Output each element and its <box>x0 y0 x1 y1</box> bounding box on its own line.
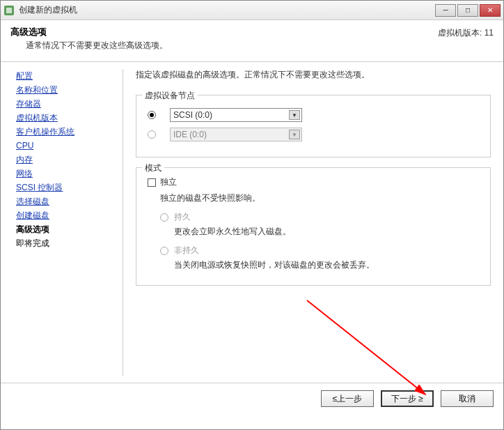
page-title: 高级选项 <box>10 26 438 38</box>
wizard-body: 配置 名称和位置 存储器 虚拟机版本 客户机操作系统 CPU 内存 网络 SCS… <box>1 62 503 383</box>
device-node-legend: 虚拟设备节点 <box>142 90 198 102</box>
nonpersistent-description: 当关闭电源或恢复快照时，对该磁盘的更改会被丢弃。 <box>174 259 483 271</box>
nonpersistent-label: 非持久 <box>174 245 199 256</box>
wizard-steps-sidebar: 配置 名称和位置 存储器 虚拟机版本 客户机操作系统 CPU 内存 网络 SCS… <box>1 62 123 383</box>
sidebar-item-network[interactable]: 网络 <box>16 167 118 181</box>
scsi-select[interactable]: SCSI (0:0) ▼ <box>170 108 302 122</box>
wizard-footer: ≤上一步 下一步 ≥ 取消 <box>1 383 503 414</box>
chevron-down-icon: ▼ <box>289 130 300 139</box>
persistent-description: 更改会立即永久性地写入磁盘。 <box>174 226 483 238</box>
sidebar-item-ready-complete: 即将完成 <box>16 236 118 250</box>
window-controls: ─ □ ✕ <box>435 4 501 17</box>
minimize-button[interactable]: ─ <box>435 4 456 17</box>
vm-version-label: 虚拟机版本: 11 <box>438 26 494 52</box>
sidebar-item-config[interactable]: 配置 <box>16 69 118 83</box>
sidebar-item-vm-version[interactable]: 虚拟机版本 <box>16 111 118 125</box>
sidebar-item-create-disk[interactable]: 创建磁盘 <box>16 208 118 222</box>
back-button[interactable]: ≤上一步 <box>321 390 374 407</box>
window-title: 创建新的虚拟机 <box>19 4 435 16</box>
sidebar-item-advanced-options[interactable]: 高级选项 <box>16 222 118 236</box>
next-button[interactable]: 下一步 ≥ <box>381 390 434 407</box>
scsi-radio[interactable] <box>148 111 156 119</box>
maximize-button[interactable]: □ <box>457 4 478 17</box>
dialog-window: 创建新的虚拟机 ─ □ ✕ 高级选项 通常情况下不需要更改这些高级选项。 虚拟机… <box>0 0 504 430</box>
mode-legend: 模式 <box>142 162 164 174</box>
mode-fieldset: 模式 独立 独立的磁盘不受快照影响。 持久 更改会立即永久性地写入磁盘。 非持久… <box>136 167 491 286</box>
ide-select-value: IDE (0:0) <box>173 130 207 139</box>
wizard-header: 高级选项 通常情况下不需要更改这些高级选项。 虚拟机版本: 11 <box>1 20 503 62</box>
sidebar-item-scsi-controller[interactable]: SCSI 控制器 <box>16 181 118 194</box>
sidebar-item-memory[interactable]: 内存 <box>16 153 118 167</box>
sidebar-item-guest-os[interactable]: 客户机操作系统 <box>16 125 118 139</box>
sidebar-item-select-disk[interactable]: 选择磁盘 <box>16 194 118 208</box>
cancel-button[interactable]: 取消 <box>441 390 494 407</box>
persistent-radio <box>160 213 168 222</box>
wizard-content: 指定该虚拟磁盘的高级选项。正常情况下不需要更改这些选项。 虚拟设备节点 SCSI… <box>123 62 503 383</box>
device-node-fieldset: 虚拟设备节点 SCSI (0:0) ▼ IDE (0:0) ▼ <box>136 95 491 158</box>
independent-label: 独立 <box>160 176 177 188</box>
sidebar-item-storage[interactable]: 存储器 <box>16 97 118 111</box>
independent-checkbox[interactable] <box>148 178 156 187</box>
ide-radio[interactable] <box>148 130 156 139</box>
independent-description: 独立的磁盘不受快照影响。 <box>160 192 483 204</box>
titlebar: 创建新的虚拟机 ─ □ ✕ <box>1 1 503 20</box>
chevron-down-icon: ▼ <box>289 110 300 120</box>
nonpersistent-radio <box>160 247 168 255</box>
sidebar-item-name-location[interactable]: 名称和位置 <box>16 83 118 97</box>
ide-select: IDE (0:0) ▼ <box>170 128 302 141</box>
content-description: 指定该虚拟磁盘的高级选项。正常情况下不需要更改这些选项。 <box>136 69 491 81</box>
svg-rect-1 <box>6 8 12 13</box>
close-button[interactable]: ✕ <box>480 4 501 17</box>
page-subtitle: 通常情况下不需要更改这些高级选项。 <box>10 40 438 52</box>
scsi-select-value: SCSI (0:0) <box>173 110 212 120</box>
app-icon <box>3 5 15 16</box>
persistent-label: 持久 <box>174 211 191 223</box>
sidebar-item-cpu[interactable]: CPU <box>16 139 118 153</box>
